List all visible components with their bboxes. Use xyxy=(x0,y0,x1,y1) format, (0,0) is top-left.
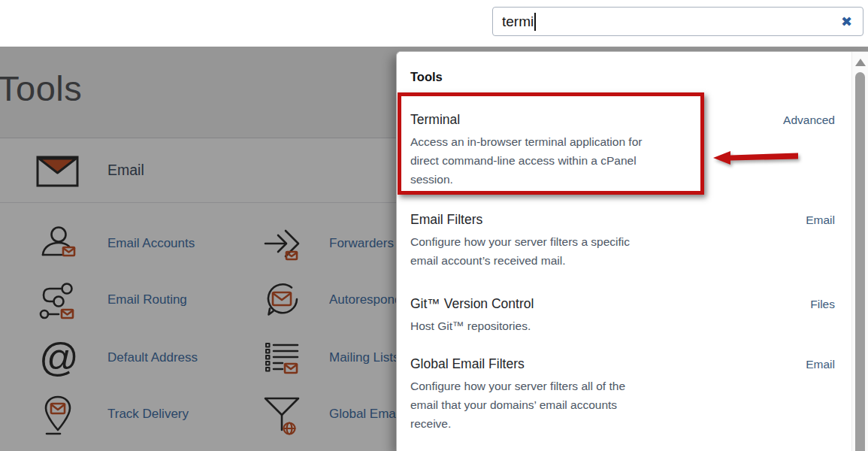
scrollbar-up-arrow-icon[interactable] xyxy=(855,59,866,66)
result-category: Email xyxy=(797,211,835,229)
search-value: termi xyxy=(502,14,534,30)
search-input[interactable]: termi ✖ xyxy=(492,7,863,36)
result-description: Configure how your server filters a spec… xyxy=(410,232,630,270)
result-description: Host Git™ repositories. xyxy=(410,316,534,335)
result-title: Terminal xyxy=(410,111,642,129)
search-results-dropdown: Tools Terminal Access an in-browser term… xyxy=(396,51,868,451)
clear-search-icon[interactable]: ✖ xyxy=(841,15,852,29)
result-email-filters[interactable]: Email Filters Configure how your server … xyxy=(410,211,835,270)
result-title: Email Filters xyxy=(410,211,630,229)
result-git-version-control[interactable]: Git™ Version Control Host Git™ repositor… xyxy=(410,295,835,335)
top-header: termi ✖ xyxy=(0,0,868,47)
dropdown-scrollbar xyxy=(851,52,868,451)
cpanel-screen: Tools Email xyxy=(0,0,868,451)
results-group-title: Tools xyxy=(410,68,835,85)
results-list: Tools Terminal Access an in-browser term… xyxy=(397,52,851,451)
result-title: Git™ Version Control xyxy=(410,295,534,313)
result-category: Files xyxy=(801,295,835,313)
result-title: Global Email Filters xyxy=(410,356,625,373)
result-description: Access an in-browser terminal applicatio… xyxy=(410,132,642,189)
result-category: Email xyxy=(797,356,835,373)
result-description: Configure how your server filters all of… xyxy=(410,377,625,433)
text-caret xyxy=(534,13,536,31)
result-terminal[interactable]: Terminal Access an in-browser terminal a… xyxy=(410,111,835,189)
result-category: Advanced xyxy=(774,111,835,129)
result-global-email-filters[interactable]: Global Email Filters Configure how your … xyxy=(410,356,835,433)
scrollbar-thumb[interactable] xyxy=(855,72,865,451)
